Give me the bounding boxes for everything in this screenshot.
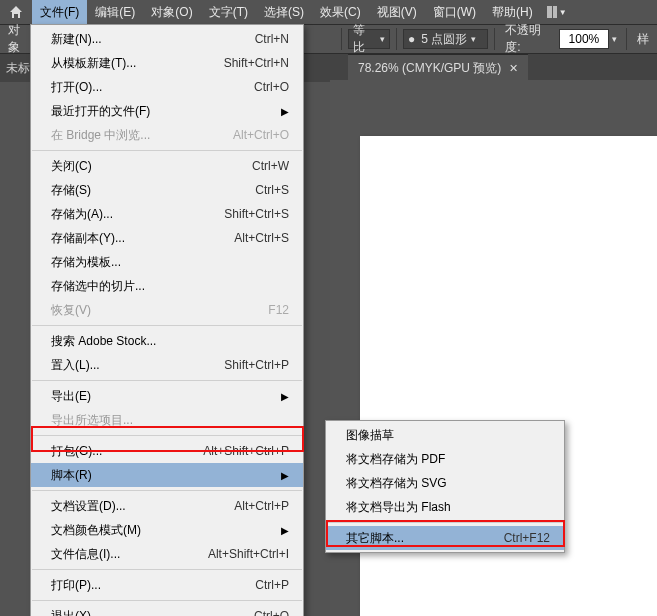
shortcut: Ctrl+N bbox=[255, 32, 289, 46]
chevron-right-icon: ▶ bbox=[281, 106, 289, 117]
menu-object[interactable]: 对象(O) bbox=[143, 0, 200, 24]
file-item-fileinfo[interactable]: 文件信息(I)...Alt+Shift+Ctrl+I bbox=[31, 542, 303, 566]
script-item-exportflash[interactable]: 将文档导出为 Flash bbox=[326, 495, 564, 519]
separator bbox=[626, 28, 627, 50]
chevron-right-icon: ▶ bbox=[281, 391, 289, 402]
shortcut: Shift+Ctrl+N bbox=[224, 56, 289, 70]
tab-label: 78.26% (CMYK/GPU 预览) bbox=[358, 60, 501, 77]
shortcut: Shift+Ctrl+P bbox=[224, 358, 289, 372]
menu-item-label: 存储(S) bbox=[51, 182, 91, 199]
file-item-new_tmpl[interactable]: 从模板新建(T)...Shift+Ctrl+N bbox=[31, 51, 303, 75]
file-item-close[interactable]: 关闭(C)Ctrl+W bbox=[31, 154, 303, 178]
file-item-export[interactable]: 导出(E)▶ bbox=[31, 384, 303, 408]
brush-combo[interactable]: ● 5 点圆形▾ bbox=[403, 29, 488, 49]
menu-divider bbox=[32, 600, 302, 601]
file-item-bridge: 在 Bridge 中浏览...Alt+Ctrl+O bbox=[31, 123, 303, 147]
file-item-exit[interactable]: 退出(X)Ctrl+Q bbox=[31, 604, 303, 616]
menu-item-label: 最近打开的文件(F) bbox=[51, 103, 150, 120]
shortcut: Ctrl+P bbox=[255, 578, 289, 592]
close-icon[interactable]: ✕ bbox=[509, 62, 518, 75]
shortcut: Alt+Shift+Ctrl+I bbox=[208, 547, 289, 561]
file-item-saveas[interactable]: 存储为(A)...Shift+Ctrl+S bbox=[31, 202, 303, 226]
object-label: 对象 bbox=[8, 22, 31, 56]
file-item-new[interactable]: 新建(N)...Ctrl+N bbox=[31, 27, 303, 51]
menu-item-label: 导出(E) bbox=[51, 388, 91, 405]
shortcut: Ctrl+F12 bbox=[504, 531, 550, 545]
menu-item-label: 退出(X) bbox=[51, 608, 91, 617]
menu-divider bbox=[32, 435, 302, 436]
chevron-down-icon[interactable]: ▾ bbox=[612, 34, 617, 44]
file-item-savesel[interactable]: 存储选中的切片... bbox=[31, 274, 303, 298]
opacity-input[interactable]: 100% bbox=[559, 29, 609, 49]
document-tab[interactable]: 78.26% (CMYK/GPU 预览) ✕ bbox=[348, 54, 528, 82]
file-item-place[interactable]: 置入(L)...Shift+Ctrl+P bbox=[31, 353, 303, 377]
style-label[interactable]: 样 bbox=[637, 31, 649, 48]
script-item-savepdf[interactable]: 将文档存储为 PDF bbox=[326, 447, 564, 471]
menu-item-label: 打印(P)... bbox=[51, 577, 101, 594]
separator bbox=[494, 28, 495, 50]
chevron-right-icon: ▶ bbox=[281, 470, 289, 481]
menu-item-label: 关闭(C) bbox=[51, 158, 92, 175]
menu-item-label: 图像描草 bbox=[346, 427, 394, 444]
file-item-savetmpl[interactable]: 存储为模板... bbox=[31, 250, 303, 274]
shortcut: Ctrl+Q bbox=[254, 609, 289, 616]
menu-text[interactable]: 文字(T) bbox=[201, 0, 256, 24]
menu-item-label: 文件信息(I)... bbox=[51, 546, 120, 563]
shortcut: Alt+Ctrl+P bbox=[234, 499, 289, 513]
menu-edit[interactable]: 编辑(E) bbox=[87, 0, 143, 24]
menu-divider bbox=[32, 380, 302, 381]
file-item-recent[interactable]: 最近打开的文件(F)▶ bbox=[31, 99, 303, 123]
file-item-print[interactable]: 打印(P)...Ctrl+P bbox=[31, 573, 303, 597]
menu-item-label: 存储副本(Y)... bbox=[51, 230, 125, 247]
home-icon[interactable] bbox=[8, 4, 24, 20]
menu-item-label: 导出所选项目... bbox=[51, 412, 133, 429]
menu-item-label: 置入(L)... bbox=[51, 357, 100, 374]
menu-file[interactable]: 文件(F) bbox=[32, 0, 87, 24]
menu-divider bbox=[32, 150, 302, 151]
shortcut: Ctrl+S bbox=[255, 183, 289, 197]
menu-item-label: 存储为(A)... bbox=[51, 206, 113, 223]
menu-item-label: 打开(O)... bbox=[51, 79, 102, 96]
menu-divider bbox=[327, 522, 563, 523]
menu-help[interactable]: 帮助(H) bbox=[484, 0, 541, 24]
menu-window[interactable]: 窗口(W) bbox=[425, 0, 484, 24]
file-item-save[interactable]: 存储(S)Ctrl+S bbox=[31, 178, 303, 202]
arrange-icon[interactable]: ▼ bbox=[547, 6, 567, 18]
menubar: 文件(F) 编辑(E) 对象(O) 文字(T) 选择(S) 效果(C) 视图(V… bbox=[0, 0, 657, 24]
menu-item-label: 新建(N)... bbox=[51, 31, 102, 48]
file-item-docsetup[interactable]: 文档设置(D)...Alt+Ctrl+P bbox=[31, 494, 303, 518]
menu-item-label: 在 Bridge 中浏览... bbox=[51, 127, 150, 144]
separator bbox=[341, 28, 342, 50]
menu-view[interactable]: 视图(V) bbox=[369, 0, 425, 24]
file-item-colormode[interactable]: 文档颜色模式(M)▶ bbox=[31, 518, 303, 542]
menu-item-label: 文档设置(D)... bbox=[51, 498, 126, 515]
menu-item-label: 存储为模板... bbox=[51, 254, 121, 271]
separator bbox=[396, 28, 397, 50]
menu-item-label: 恢复(V) bbox=[51, 302, 91, 319]
file-item-script[interactable]: 脚本(R)▶ bbox=[31, 463, 303, 487]
script-item-imgtrace[interactable]: 图像描草 bbox=[326, 423, 564, 447]
menu-item-label: 文档颜色模式(M) bbox=[51, 522, 141, 539]
file-item-exportsel: 导出所选项目... bbox=[31, 408, 303, 432]
menu-item-label: 从模板新建(T)... bbox=[51, 55, 136, 72]
menu-item-label: 脚本(R) bbox=[51, 467, 92, 484]
file-item-revert: 恢复(V)F12 bbox=[31, 298, 303, 322]
shortcut: Alt+Shift+Ctrl+P bbox=[203, 444, 289, 458]
menu-item-label: 其它脚本... bbox=[346, 530, 404, 547]
menu-effect[interactable]: 效果(C) bbox=[312, 0, 369, 24]
file-item-stock[interactable]: 搜索 Adobe Stock... bbox=[31, 329, 303, 353]
shortcut: Ctrl+O bbox=[254, 80, 289, 94]
chevron-right-icon: ▶ bbox=[281, 525, 289, 536]
menu-divider bbox=[32, 569, 302, 570]
shortcut: F12 bbox=[268, 303, 289, 317]
file-item-savecopy[interactable]: 存储副本(Y)...Alt+Ctrl+S bbox=[31, 226, 303, 250]
scale-mode-combo[interactable]: 等比▾ bbox=[348, 29, 390, 49]
file-item-open[interactable]: 打开(O)...Ctrl+O bbox=[31, 75, 303, 99]
menu-divider bbox=[32, 325, 302, 326]
menu-item-label: 将文档存储为 SVG bbox=[346, 475, 447, 492]
script-item-other[interactable]: 其它脚本...Ctrl+F12 bbox=[326, 526, 564, 550]
menu-select[interactable]: 选择(S) bbox=[256, 0, 312, 24]
script-submenu: 图像描草将文档存储为 PDF将文档存储为 SVG将文档导出为 Flash其它脚本… bbox=[325, 420, 565, 553]
script-item-savesvg[interactable]: 将文档存储为 SVG bbox=[326, 471, 564, 495]
file-item-package[interactable]: 打包(G)...Alt+Shift+Ctrl+P bbox=[31, 439, 303, 463]
